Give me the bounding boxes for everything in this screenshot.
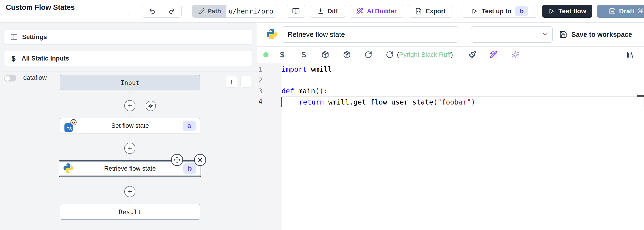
play-icon xyxy=(548,8,555,15)
section-divider xyxy=(0,71,256,72)
undo-icon xyxy=(149,8,156,15)
path-button-label: Path xyxy=(208,8,221,15)
insert-step-button[interactable] xyxy=(124,186,136,197)
line-number: 2 xyxy=(257,75,262,85)
package-icon[interactable] xyxy=(321,51,329,59)
play-icon xyxy=(471,8,478,15)
all-static-inputs-label: All Static Inputs xyxy=(22,55,69,62)
save-icon xyxy=(609,8,616,15)
windmill-flow-editor: Path u/henri/pro Diff AI Builder xyxy=(0,0,644,230)
insert-step-button[interactable] xyxy=(124,100,136,111)
graph-zoom-out-button[interactable]: − xyxy=(240,76,252,88)
code-editor[interactable]: 1234 import wmilldef main(): return wmil… xyxy=(257,63,644,230)
reload-icon[interactable] xyxy=(386,51,394,59)
move-step-button[interactable] xyxy=(171,154,183,166)
line-number: 4 xyxy=(257,96,262,107)
path-button[interactable]: Path xyxy=(192,5,227,18)
dollar-icon: $ xyxy=(10,54,17,63)
step-editor-panel: Save to workspace $ $ (Pyright Black Ruf… xyxy=(257,23,644,230)
delete-step-button[interactable] xyxy=(194,154,206,166)
overview-ruler-cursor-mark xyxy=(637,95,644,97)
diff-icon xyxy=(317,8,324,15)
export-button[interactable]: Export xyxy=(409,5,452,18)
diff-label: Diff xyxy=(328,8,338,15)
text-cursor xyxy=(281,97,282,107)
line-number: 1 xyxy=(257,64,262,75)
diff-button[interactable]: Diff xyxy=(310,5,345,18)
save-to-workspace-label: Save to workspace xyxy=(572,31,632,38)
path-group: Path u/henri/pro xyxy=(192,5,276,18)
test-up-to-label: Test up to xyxy=(482,8,512,15)
assistants-status: (Pyright Black Ruff) xyxy=(397,51,453,58)
flow-node-set-flow-state[interactable]: TS Set flow state a xyxy=(60,118,200,133)
settings-section[interactable]: Settings xyxy=(4,30,252,45)
flow-title-input[interactable] xyxy=(0,0,130,15)
node-label: Set flow state xyxy=(111,122,149,129)
step-id-badge: b xyxy=(183,163,196,174)
step-name-input[interactable] xyxy=(282,26,459,43)
dataflow-label: dataflow xyxy=(23,74,47,82)
file-code-icon xyxy=(415,8,422,15)
graph-zoom-in-button[interactable]: + xyxy=(226,76,237,88)
code-line[interactable]: def main(): xyxy=(282,86,644,96)
test-up-to-step-badge: b xyxy=(515,6,528,16)
worker-tag-select[interactable] xyxy=(471,26,552,43)
book-open-icon xyxy=(292,8,300,15)
reload-icon[interactable] xyxy=(364,51,372,59)
wand-sparkles-icon xyxy=(356,8,363,15)
code-line[interactable]: return wmill.get_flow_user_state("foobar… xyxy=(282,96,644,107)
flow-node-result[interactable]: Result xyxy=(60,204,200,219)
node-label: Retrieve flow state xyxy=(104,165,156,172)
test-up-to-button[interactable]: Test up to b xyxy=(462,5,538,18)
dataflow-toggle[interactable] xyxy=(4,75,16,82)
redo-icon xyxy=(168,8,175,15)
python-icon xyxy=(267,29,277,39)
package-icon[interactable] xyxy=(343,51,351,59)
code-toolbar: $ $ (Pyright Black Ruff) xyxy=(257,47,644,63)
test-flow-label: Test flow xyxy=(558,8,586,15)
flow-node-input[interactable]: Input xyxy=(60,75,200,90)
test-flow-button[interactable]: Test flow xyxy=(542,5,592,18)
line-number: 3 xyxy=(257,86,262,96)
ai-sparkles-icon[interactable] xyxy=(512,51,519,59)
resource-picker-icon[interactable]: $ xyxy=(302,50,306,59)
language-server-status-dot xyxy=(263,52,268,57)
redo-button[interactable] xyxy=(162,5,182,18)
variable-picker-icon[interactable]: $ xyxy=(280,50,284,59)
ai-wand-icon[interactable] xyxy=(490,51,498,59)
docs-button[interactable] xyxy=(287,5,305,18)
chevron-down-icon xyxy=(542,31,548,38)
all-static-inputs-section[interactable]: $ All Static Inputs xyxy=(4,51,252,66)
line-numbers: 1234 xyxy=(257,63,282,230)
library-panel-icon[interactable] xyxy=(626,51,634,59)
undo-redo-group xyxy=(142,5,182,18)
toggle-knob xyxy=(5,76,10,81)
code-lines[interactable]: import wmilldef main(): return wmill.get… xyxy=(282,64,644,107)
format-paintbrush-icon[interactable] xyxy=(468,51,476,59)
flow-graph-panel: Settings $ All Static Inputs dataflow In… xyxy=(0,23,257,230)
plus-icon xyxy=(127,103,132,108)
code-line[interactable]: import wmill xyxy=(282,64,644,75)
save-draft-button[interactable]: Draft ⌘S xyxy=(597,5,644,18)
assistants-names: Pyright Black Ruff xyxy=(399,51,451,58)
save-icon xyxy=(559,31,567,38)
draft-shortcut: ⌘S xyxy=(638,8,644,15)
plus-icon xyxy=(127,189,132,194)
node-label: Input xyxy=(120,79,139,86)
draft-label: Draft xyxy=(619,8,634,15)
plus-icon xyxy=(127,145,132,151)
path-value[interactable]: u/henri/pro xyxy=(226,5,276,18)
move-icon xyxy=(174,157,180,163)
sliders-icon xyxy=(10,33,18,41)
insert-step-button[interactable] xyxy=(124,143,136,154)
insert-trigger-button[interactable] xyxy=(146,101,156,111)
overview-ruler-divider xyxy=(637,63,637,230)
pencil-icon xyxy=(198,8,205,15)
bun-typescript-icon: TS xyxy=(64,120,76,132)
undo-button[interactable] xyxy=(142,5,162,18)
code-line[interactable] xyxy=(282,75,644,85)
python-icon xyxy=(64,163,73,174)
ai-builder-button[interactable]: AI Builder xyxy=(350,5,403,18)
save-to-workspace-button[interactable]: Save to workspace xyxy=(559,26,632,43)
close-icon xyxy=(197,157,203,163)
